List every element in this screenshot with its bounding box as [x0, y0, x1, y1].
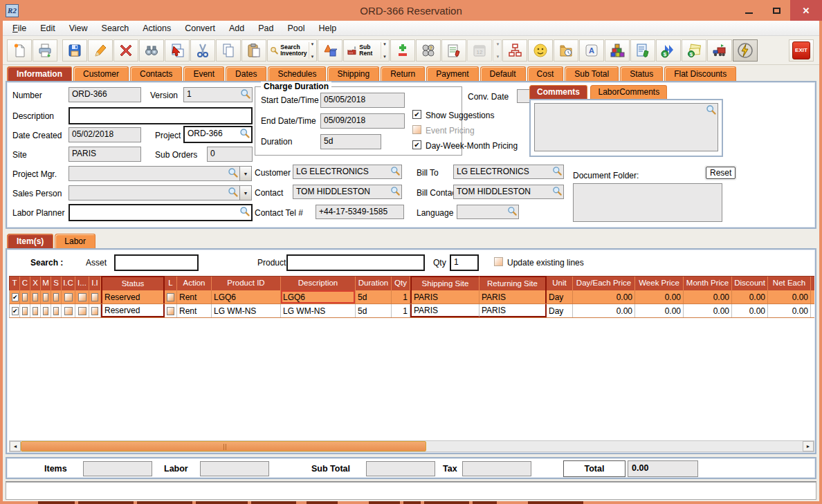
edit-document-button[interactable] — [630, 39, 655, 62]
cell-qty[interactable]: 1 — [392, 290, 410, 304]
column-header-i-i[interactable]: I.I — [89, 277, 101, 290]
project-mgr-field[interactable] — [68, 166, 240, 181]
cell-l[interactable] — [165, 290, 177, 304]
cell-discount[interactable]: 0.00 — [732, 304, 768, 317]
organization-button[interactable] — [502, 39, 527, 62]
delete-button[interactable] — [113, 39, 138, 62]
cell-action[interactable]: Rent — [177, 304, 212, 317]
cell-duration[interactable]: 5d — [356, 290, 392, 304]
cell-discount[interactable]: 0.00 — [732, 290, 768, 304]
contact-tel-field[interactable]: +44-17-5349-1585 — [316, 205, 404, 219]
tab-labor-comments[interactable]: LaborComments — [590, 85, 667, 99]
new-order-button[interactable] — [7, 39, 32, 62]
scroll-left-button[interactable]: ◄ — [10, 441, 21, 451]
tab-shipping[interactable]: Shipping — [327, 66, 379, 81]
column-header-unit[interactable]: Unit — [547, 277, 573, 290]
scrollbar-thumb[interactable] — [21, 441, 426, 451]
horizontal-scrollbar[interactable]: ◄ ► — [9, 440, 814, 452]
cell-description[interactable]: LG WM-NS — [281, 304, 356, 317]
product-input[interactable] — [286, 254, 425, 271]
tab-items[interactable]: Item(s) — [7, 234, 53, 248]
menu-help[interactable]: Help — [319, 24, 337, 33]
sub-rent-dropdown-icon[interactable]: ▼▼ — [381, 42, 387, 59]
scroll-right-button[interactable]: ► — [803, 441, 814, 451]
cell-month-price[interactable]: 0.00 — [684, 290, 732, 304]
paste-button[interactable] — [241, 39, 266, 62]
cell-i-[interactable] — [75, 290, 89, 304]
sub-orders-field[interactable]: 0 — [207, 147, 253, 162]
menu-edit[interactable]: Edit — [40, 24, 55, 33]
row-checkbox-m[interactable] — [43, 293, 48, 301]
menu-pool[interactable]: Pool — [287, 24, 304, 33]
menu-search[interactable]: Search — [102, 24, 129, 33]
bill-contact-search-icon[interactable] — [552, 186, 563, 196]
cell-i-c[interactable] — [62, 304, 75, 317]
cell-t[interactable]: ✔ — [10, 290, 20, 304]
row-checkbox-i-[interactable] — [78, 307, 86, 315]
delivery-truck-button[interactable] — [707, 39, 732, 62]
row-checkbox-i-i[interactable] — [91, 307, 98, 315]
save-button[interactable] — [62, 39, 87, 62]
column-header-m[interactable]: M — [41, 277, 51, 290]
convert-quote-button[interactable]: $ — [656, 39, 681, 62]
cell-returning-site[interactable]: PARIS — [480, 290, 547, 304]
cell-x[interactable] — [30, 304, 41, 317]
cell-s[interactable] — [51, 304, 62, 317]
qty-input[interactable]: 1 — [450, 254, 479, 271]
language-field[interactable] — [457, 205, 519, 219]
update-existing-lines-checkbox[interactable] — [494, 257, 503, 266]
cell-shipping-site[interactable]: PARIS — [410, 304, 480, 317]
end-date-field[interactable]: 05/09/2018 — [320, 113, 405, 129]
cell-week-price[interactable]: 0.00 — [635, 304, 684, 317]
tab-flat-discounts[interactable]: Flat Discounts — [664, 66, 736, 81]
duration-field[interactable]: 5d — [320, 134, 381, 149]
asset-input[interactable] — [114, 254, 199, 271]
number-field[interactable]: ORD-366 — [68, 87, 141, 102]
column-header-status[interactable]: Status — [101, 276, 165, 290]
cell-c[interactable] — [20, 290, 30, 304]
calendar-button[interactable]: 12 — [467, 39, 492, 62]
tab-comments[interactable]: Comments — [529, 85, 587, 99]
column-header-discount[interactable]: Discount — [732, 277, 768, 290]
column-header-l[interactable]: L — [165, 277, 177, 290]
column-header-product-id[interactable]: Product ID — [212, 277, 281, 290]
cell-i-i[interactable] — [89, 304, 101, 317]
project-mgr-search-icon[interactable] — [228, 167, 239, 178]
tab-payment[interactable]: Payment — [426, 66, 478, 81]
cell-status[interactable]: Reserved — [101, 304, 165, 317]
column-header-x[interactable]: X — [30, 277, 41, 290]
menu-convert[interactable]: Convert — [185, 24, 215, 33]
copy-button[interactable] — [216, 39, 241, 62]
cell-unit[interactable]: Day — [547, 290, 573, 304]
row-checkbox-s[interactable] — [53, 307, 59, 315]
cell-net-each[interactable]: 0.00 — [768, 304, 811, 317]
cell-c[interactable] — [20, 304, 30, 317]
comments-search-icon[interactable] — [706, 104, 717, 115]
tab-schedules[interactable]: Schedules — [268, 66, 326, 81]
row-checkbox-l[interactable] — [167, 307, 174, 315]
labor-planner-field[interactable] — [68, 204, 253, 221]
tab-event[interactable]: Event — [183, 66, 224, 81]
cell-month-price[interactable]: 0.00 — [684, 304, 732, 317]
project-mgr-dropdown-button[interactable]: ▼ — [240, 166, 252, 181]
add-remove-lines-button[interactable] — [390, 39, 415, 62]
cell-action[interactable]: Rent — [177, 290, 212, 304]
reset-button[interactable]: Reset — [706, 167, 736, 179]
quick-flash-button[interactable] — [733, 39, 758, 62]
row-checkbox-t[interactable]: ✔ — [12, 293, 19, 301]
column-header-qty[interactable]: Qty — [392, 277, 410, 290]
cell-product-id[interactable]: LG WM-NS — [212, 304, 281, 317]
tab-return[interactable]: Return — [381, 66, 425, 81]
cell-product-id[interactable]: LGQ6 — [212, 290, 281, 304]
column-header-day-each-price[interactable]: Day/Each Price — [573, 277, 635, 290]
sales-person-search-icon[interactable] — [228, 187, 239, 198]
customer-search-icon[interactable] — [390, 166, 401, 176]
menu-add[interactable]: Add — [229, 24, 244, 33]
availability-button[interactable] — [318, 39, 342, 62]
row-checkbox-s[interactable] — [53, 293, 59, 301]
start-date-field[interactable]: 05/05/2018 — [320, 93, 405, 108]
column-header-description[interactable]: Description — [281, 277, 356, 290]
cell-i-i[interactable] — [89, 290, 101, 304]
cell-duration[interactable]: 5d — [356, 304, 392, 317]
menu-actions[interactable]: Actions — [143, 24, 171, 33]
